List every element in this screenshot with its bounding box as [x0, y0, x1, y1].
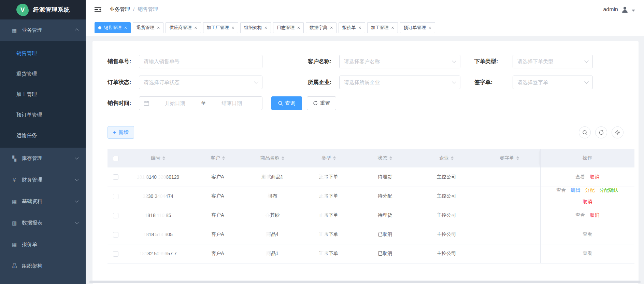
cell-order-type: 正常下单	[301, 167, 356, 187]
close-tab-icon[interactable]	[194, 25, 197, 30]
table-row: 1818 514 905 客户A 商品4 正常下单 已取消 主控公司	[108, 225, 634, 244]
action-link[interactable]: 取消	[590, 212, 599, 218]
view-tab[interactable]: 退货管理	[133, 22, 163, 33]
column-header[interactable]: 类型	[301, 149, 356, 167]
column-header[interactable]: 商品名称	[243, 149, 301, 167]
column-header[interactable]: 状态	[356, 149, 414, 167]
table-search-button[interactable]	[579, 126, 591, 138]
sidebar-subitem[interactable]: 销售管理	[0, 43, 86, 64]
action-link[interactable]: 查看	[583, 251, 592, 257]
view-tab[interactable]: 报价单	[339, 22, 365, 33]
user-avatar-icon	[621, 6, 629, 13]
close-tab-icon[interactable]	[264, 25, 267, 30]
sort-icon[interactable]	[516, 156, 519, 160]
sales-no-input[interactable]: 请输入销售单号	[139, 55, 262, 68]
cell-product: 棉布	[243, 187, 301, 206]
sort-icon[interactable]	[222, 156, 225, 160]
end-date-input[interactable]: 结束日期	[206, 100, 258, 107]
search-button[interactable]: 查询	[271, 96, 302, 110]
row-checkbox[interactable]	[113, 232, 118, 238]
sidebar-item[interactable]: ▦ 基础资料	[0, 191, 86, 212]
action-link[interactable]: 分配确认	[599, 187, 618, 193]
action-link[interactable]: 查看	[583, 231, 592, 238]
sidebar-item[interactable]: ▥ 数据报表	[0, 212, 86, 234]
date-range-picker[interactable]: 开始日期 至 结束日期	[139, 96, 262, 110]
close-tab-icon[interactable]	[297, 25, 300, 30]
sidebar-item[interactable]: ▦ 报价单	[0, 234, 86, 255]
cell-customer: 客户A	[192, 206, 243, 225]
sort-icon[interactable]	[389, 156, 392, 160]
action-link[interactable]: 分配	[585, 187, 595, 193]
sidebar-subitem[interactable]: 预订单管理	[0, 105, 86, 125]
sidebar-subitem[interactable]: 运输任务	[0, 125, 86, 146]
sort-icon[interactable]	[451, 156, 454, 160]
collapse-sidebar-icon[interactable]	[95, 6, 101, 13]
select-all-checkbox[interactable]	[113, 156, 118, 161]
close-tab-icon[interactable]	[358, 25, 361, 30]
view-tab[interactable]: 供应商管理	[166, 22, 201, 33]
view-tab[interactable]: 加工厂管理	[203, 22, 238, 33]
action-link[interactable]: 取消	[590, 174, 599, 180]
column-header[interactable]: 企业	[414, 149, 479, 167]
sign-doc-select[interactable]: 请选择签字单	[513, 76, 593, 89]
sort-icon[interactable]	[282, 156, 284, 160]
action-links: 查看取消	[552, 212, 623, 218]
cell-order-type: 正常下单	[301, 225, 356, 244]
reset-button[interactable]: 重置	[307, 96, 336, 110]
action-link[interactable]: 查看	[556, 187, 566, 193]
start-date-input[interactable]: 开始日期	[149, 100, 201, 107]
filter-customer: 客户名称: 请选择客户名称	[308, 55, 460, 68]
sidebar-subitem[interactable]: 退货管理	[0, 64, 86, 84]
view-tab[interactable]: 预订单管理	[400, 22, 435, 33]
user-menu[interactable]: admin	[603, 6, 635, 13]
view-tab[interactable]: 数据字典	[306, 22, 337, 33]
view-tab[interactable]: 组织架构	[240, 22, 271, 33]
sidebar-item-business-management[interactable]: ▦ 业务管理	[0, 19, 86, 41]
action-link[interactable]: 取消	[583, 199, 592, 205]
cell-company: 主控公司	[414, 225, 479, 244]
row-checkbox[interactable]	[113, 174, 118, 180]
horizontal-scrollbar[interactable]	[89, 281, 641, 283]
row-checkbox[interactable]	[113, 213, 118, 218]
active-dot-icon	[98, 26, 101, 29]
action-link[interactable]: 编辑	[571, 187, 580, 193]
cell-customer: 客户A	[192, 167, 243, 187]
sidebar-subitem-label: 加工管理	[16, 91, 37, 98]
close-tab-icon[interactable]	[157, 25, 160, 30]
cell-status: 待理货	[356, 206, 414, 225]
order-type-select[interactable]: 请选择下单类型	[513, 55, 593, 68]
close-tab-icon[interactable]	[124, 25, 127, 30]
close-tab-icon[interactable]	[232, 25, 234, 30]
customer-select[interactable]: 请选择客户名称	[339, 55, 460, 68]
row-checkbox[interactable]	[113, 251, 118, 257]
sidebar-subitem[interactable]: 加工管理	[0, 84, 86, 105]
filter-sign-doc: 签字单: 请选择签字单	[474, 76, 593, 89]
table-settings-button[interactable]	[612, 126, 624, 138]
order-status-select[interactable]: 请选择订单状态	[139, 76, 262, 89]
row-checkbox[interactable]	[113, 194, 118, 199]
table-refresh-button[interactable]	[595, 126, 607, 138]
sidebar-item[interactable]: 品 组织架构	[0, 255, 86, 277]
close-tab-icon[interactable]	[429, 25, 431, 30]
filter-sales-no: 销售单号: 请输入销售单号	[108, 55, 262, 68]
view-tab[interactable]: 加工管理	[367, 22, 398, 33]
column-header[interactable]: 编号	[124, 149, 192, 167]
action-link[interactable]: 查看	[575, 212, 585, 218]
column-header[interactable]: 客户	[192, 149, 243, 167]
refresh-icon	[313, 101, 318, 106]
action-links: 查看编辑分配分配确认取消	[552, 187, 623, 205]
close-tab-icon[interactable]	[330, 25, 333, 30]
sort-icon[interactable]	[333, 156, 336, 160]
company-select[interactable]: 请选择所属企业	[339, 76, 460, 89]
action-link[interactable]: 查看	[575, 174, 585, 180]
add-button[interactable]: + 新增	[108, 126, 134, 139]
sidebar-item[interactable]: ▚ 库存管理	[0, 148, 86, 169]
close-tab-icon[interactable]	[391, 25, 394, 30]
sidebar-item[interactable]: ¥ 财务管理	[0, 169, 86, 191]
view-tab[interactable]: 销售管理	[95, 22, 131, 33]
sort-icon[interactable]	[162, 156, 165, 160]
table-row: 181 8140 32080129 客户A 测试商品1 正常下单 待理货 主控公…	[108, 167, 634, 187]
view-tab[interactable]: 日志管理	[273, 22, 304, 33]
column-header[interactable]: 签字单	[479, 149, 540, 167]
tab-label: 退货管理	[137, 25, 154, 31]
